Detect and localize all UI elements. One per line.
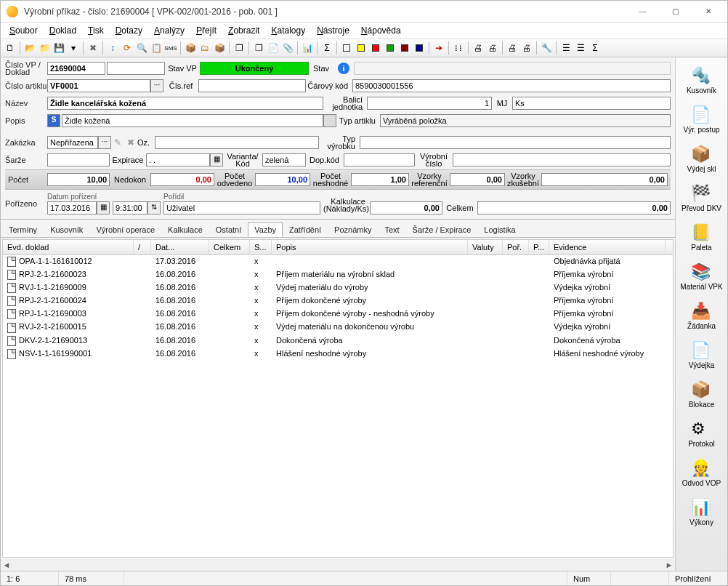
popis-extra-button[interactable] bbox=[323, 114, 336, 127]
vazby-table[interactable]: Evd. doklad/Dat...CelkemS...PopisValutyP… bbox=[2, 239, 674, 558]
split-icon[interactable]: ⫶⫶ bbox=[452, 41, 465, 55]
menu-zobrazit[interactable]: Zobrazit bbox=[222, 24, 265, 37]
mj-field[interactable]: Ks bbox=[512, 97, 671, 110]
sq-red-icon[interactable] bbox=[369, 41, 382, 55]
h-scrollbar[interactable]: ◄ ► bbox=[1, 559, 675, 571]
table-row[interactable]: RPJ-2-1-2160002316.08.2016xPříjem materi… bbox=[3, 268, 673, 281]
nazev-field[interactable]: Židle kancelářská kožená bbox=[47, 97, 323, 110]
tab-text[interactable]: Text bbox=[378, 222, 405, 237]
tab-v-robn-operace[interactable]: Výrobní operace bbox=[89, 222, 161, 237]
new-icon[interactable]: 🗋 bbox=[4, 41, 17, 55]
print2-icon[interactable]: 🖨 bbox=[486, 41, 499, 55]
arrow1-icon[interactable]: ➜ bbox=[432, 41, 445, 55]
sidebar-protokol[interactable]: ⚙Protokol bbox=[679, 414, 725, 451]
menu-nástroje[interactable]: Nástroje bbox=[311, 24, 355, 37]
col-5[interactable]: Popis bbox=[272, 240, 468, 254]
tab-term-ny[interactable]: Termíny bbox=[2, 222, 44, 237]
table-row[interactable]: RPJ-2-1-2160002416.08.2016xPříjem dokonč… bbox=[3, 294, 673, 308]
cas-spin-button[interactable]: ⇅ bbox=[147, 201, 161, 214]
menu-tisk[interactable]: Tisk bbox=[82, 24, 110, 37]
artikl-lookup-button[interactable]: ··· bbox=[150, 79, 163, 92]
menu-soubor[interactable]: Soubor bbox=[4, 24, 44, 37]
sidebar-paleta[interactable]: 📒Paleta bbox=[679, 217, 725, 255]
sync-icon[interactable]: ⟳ bbox=[121, 41, 134, 55]
print1-icon[interactable]: 🖨 bbox=[472, 41, 485, 55]
copy-icon[interactable]: ❐ bbox=[252, 41, 265, 55]
table-body[interactable]: OPA-1-1-16161001217.03.2016xObjednávka p… bbox=[3, 255, 673, 556]
sidebar-vyr-postup[interactable]: 📄Výr. postup bbox=[679, 100, 725, 137]
sq-blue-icon[interactable] bbox=[413, 41, 426, 55]
typ-vyrobku-field[interactable] bbox=[360, 136, 671, 149]
table-row[interactable]: RPJ-1-1-2169000316.08.2016xPříjem dokonč… bbox=[3, 308, 673, 321]
zakazka-lookup[interactable]: ··· bbox=[98, 136, 111, 149]
sidebar-prevod-dkv[interactable]: 🏁Převod DKV bbox=[679, 178, 725, 216]
doc-icon[interactable]: 📋 bbox=[150, 41, 163, 55]
col-7[interactable]: Poř. bbox=[503, 240, 529, 254]
zakazka-field[interactable]: Nepřiřazena bbox=[47, 136, 98, 149]
balici-field[interactable]: 1 bbox=[367, 97, 492, 110]
menu-nápověda[interactable]: Nápověda bbox=[355, 24, 407, 37]
menu-katalogy[interactable]: Katalogy bbox=[265, 24, 311, 37]
open2-icon[interactable]: 📁 bbox=[38, 41, 51, 55]
col-6[interactable]: Valuty bbox=[468, 240, 503, 254]
tab-kalkulace[interactable]: Kalkulace bbox=[161, 222, 209, 237]
print4-icon[interactable]: 🖨 bbox=[520, 41, 533, 55]
close-button[interactable]: ✕ bbox=[692, 1, 724, 22]
list1-icon[interactable]: ☰ bbox=[559, 41, 573, 55]
zakazka-edit-icon[interactable]: ✎ bbox=[111, 136, 124, 149]
tab--ar-e-expirace[interactable]: Šarže / Expirace bbox=[406, 222, 478, 237]
open-icon[interactable]: 📂 bbox=[23, 41, 36, 55]
tab-logistika[interactable]: Logistika bbox=[477, 222, 522, 237]
sq-darkred-icon[interactable] bbox=[398, 41, 411, 55]
sidebar-zadanka[interactable]: 📥Žádanka bbox=[679, 296, 725, 334]
vp-number-field[interactable]: 21690004 bbox=[47, 62, 105, 75]
delete-icon[interactable]: ✖ bbox=[86, 41, 100, 55]
clip-icon[interactable]: 📎 bbox=[281, 41, 294, 55]
sidebar-vykony[interactable]: 📊Výkony bbox=[679, 492, 725, 530]
datum-porizeni-field[interactable]: 17.03.2016 bbox=[47, 201, 97, 214]
box1-icon[interactable]: 📦 bbox=[184, 41, 197, 55]
popis-field[interactable]: Židle kožená bbox=[62, 114, 323, 127]
cas-field[interactable]: 9:31:00 bbox=[113, 201, 147, 214]
datum-cal-button[interactable]: ▦ bbox=[97, 201, 110, 214]
table-row[interactable]: NSV-1-1-16199000116.08.2016xHlášení nesh… bbox=[3, 348, 673, 361]
sq-yellow-icon[interactable] bbox=[355, 41, 368, 55]
tab-kusovn-k[interactable]: Kusovník bbox=[44, 222, 89, 237]
table-row[interactable]: RVJ-1-1-2169000916.08.2016xVýdej materiá… bbox=[3, 281, 673, 294]
cislo-artiklu-field[interactable]: VF0001 bbox=[47, 79, 150, 92]
varianta-field[interactable]: zelená bbox=[262, 153, 306, 166]
refresh-icon[interactable]: ↕ bbox=[106, 41, 119, 55]
settings-icon[interactable]: 🔧 bbox=[540, 41, 553, 55]
tab-zat-d-n-[interactable]: Zatřídění bbox=[283, 222, 328, 237]
menu-doklad[interactable]: Doklad bbox=[44, 24, 82, 37]
tab-pozn-mky[interactable]: Poznámky bbox=[328, 222, 378, 237]
tab-vazby[interactable]: Vazby bbox=[248, 222, 283, 237]
vp-number2-field[interactable] bbox=[107, 62, 165, 75]
tab-ostatn-[interactable]: Ostatní bbox=[209, 222, 248, 237]
carovy-kod-field[interactable]: 8590030001556 bbox=[352, 79, 671, 92]
col-8[interactable]: P... bbox=[529, 240, 549, 254]
col-4[interactable]: S... bbox=[250, 240, 272, 254]
col-3[interactable]: Celkem bbox=[209, 240, 250, 254]
expirace-cal-button[interactable]: ▦ bbox=[210, 153, 223, 166]
sidebar-vydejka[interactable]: 📄Výdejka bbox=[679, 335, 725, 373]
list2-icon[interactable]: ☰ bbox=[574, 41, 587, 55]
col-9[interactable]: Evidence bbox=[549, 240, 666, 254]
expirace-field[interactable]: . . bbox=[146, 153, 210, 166]
maximize-button[interactable]: ▢ bbox=[659, 1, 692, 22]
save-dd-icon[interactable]: ▾ bbox=[67, 41, 80, 55]
chart-icon[interactable]: 📊 bbox=[301, 41, 314, 55]
dopkod-field[interactable] bbox=[344, 153, 415, 166]
sidebar-blokace[interactable]: 📦Blokace bbox=[679, 374, 725, 412]
vyrobni-cislo-field[interactable] bbox=[453, 153, 671, 166]
oz-field[interactable] bbox=[155, 136, 319, 149]
save-icon[interactable]: 💾 bbox=[52, 41, 65, 55]
sarze-field[interactable] bbox=[47, 153, 110, 166]
paste-icon[interactable]: 📄 bbox=[267, 41, 280, 55]
sq-green-icon[interactable] bbox=[384, 41, 397, 55]
sidebar-odvod-vop[interactable]: 👷Odvod VOP bbox=[679, 453, 725, 491]
print3-icon[interactable]: 🖨 bbox=[506, 41, 519, 55]
sigma2-icon[interactable]: Σ bbox=[589, 41, 602, 55]
sidebar-material-vpk[interactable]: 📚Materiál VPK bbox=[679, 257, 725, 294]
box2-icon[interactable]: 🗂 bbox=[198, 41, 211, 55]
